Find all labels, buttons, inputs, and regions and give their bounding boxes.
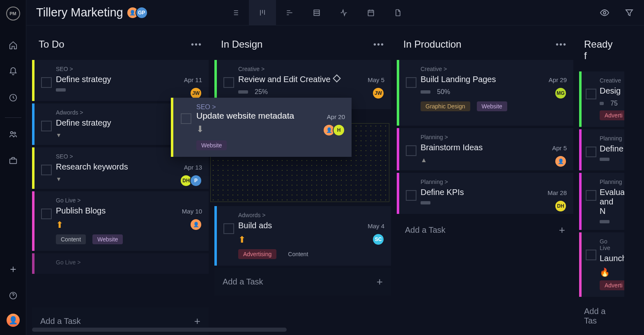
sheet-view-icon[interactable]	[303, 0, 330, 25]
task-card[interactable]: Planning Evalua and N	[579, 173, 624, 230]
task-checkbox[interactable]	[41, 165, 52, 175]
task-crumb: Planning >	[421, 179, 567, 185]
gantt-view-icon[interactable]	[276, 0, 303, 25]
task-checkbox[interactable]	[223, 223, 234, 234]
task-date: May 10	[182, 208, 202, 215]
chevron-down-icon[interactable]: ▼	[56, 176, 62, 182]
task-checkbox[interactable]	[181, 113, 191, 124]
horizontal-scrollbar[interactable]	[32, 328, 287, 332]
svg-rect-5	[314, 10, 319, 15]
project-members[interactable]: 👤 GP	[130, 7, 148, 19]
svg-point-2	[14, 132, 16, 134]
priority-dash-icon	[421, 201, 430, 204]
task-title: Define	[600, 144, 618, 154]
assignee-avatar[interactable]: DH	[554, 200, 567, 212]
task-checkbox[interactable]	[406, 190, 416, 201]
task-card[interactable]: Planning > Define KPIs Mar 28 DH	[397, 173, 573, 214]
filter-icon[interactable]	[624, 8, 634, 18]
tag[interactable]: Adverti	[600, 110, 624, 120]
add-task-button[interactable]: Add a Task +	[397, 216, 573, 244]
assignee-avatar[interactable]: MG	[554, 87, 567, 99]
task-card[interactable]: Planning Define	[579, 129, 624, 170]
help-icon[interactable]	[5, 287, 21, 304]
priority-dash-icon	[56, 88, 66, 92]
task-crumb: Planning	[600, 135, 618, 142]
task-checkbox[interactable]	[406, 77, 416, 88]
task-title: Update website metadata	[196, 111, 345, 121]
task-checkbox[interactable]	[586, 190, 596, 201]
top-bar: Tillery Marketing 👤 GP	[26, 0, 644, 25]
tag[interactable]: Website	[477, 101, 507, 111]
assignee-avatar[interactable]: 👤	[554, 155, 567, 168]
task-checkbox[interactable]	[586, 250, 596, 260]
clock-icon[interactable]	[5, 89, 21, 106]
task-checkbox[interactable]	[41, 77, 52, 88]
file-view-icon[interactable]	[384, 0, 412, 25]
assignee-avatar[interactable]: P	[190, 174, 202, 187]
progress-text: 75	[610, 100, 618, 107]
tag[interactable]: Website	[196, 140, 227, 150]
assignee-avatar[interactable]: 👤	[190, 218, 202, 231]
tag[interactable]: Website	[92, 234, 123, 244]
add-task-label: Add a Task	[223, 277, 263, 287]
column-menu-icon[interactable]: •••	[373, 40, 384, 49]
member-avatar[interactable]: GP	[136, 7, 148, 19]
column-ready: Ready f Creative Desig 75 Adverti Planni…	[579, 31, 624, 335]
briefcase-icon[interactable]	[5, 152, 21, 169]
assignee-avatar[interactable]: H	[333, 124, 345, 136]
task-card[interactable]: Go Live Launch 🔥 Adverti	[579, 232, 624, 297]
task-checkbox[interactable]	[406, 145, 416, 156]
tag[interactable]: Content	[56, 234, 86, 244]
task-card[interactable]: Go Live > Publish Blogs May 10 ⬆ 👤 Conte…	[32, 191, 209, 251]
eye-icon[interactable]	[600, 8, 610, 18]
tag[interactable]: Graphic Design	[421, 101, 470, 111]
task-card[interactable]: Creative Desig 75 Adverti	[579, 71, 624, 127]
dragging-task-card[interactable]: SEO > Update website metadata Apr 20 ⬇ 👤…	[171, 98, 352, 157]
task-card[interactable]: Creative > Build Landing Pages Apr 29 50…	[397, 60, 573, 126]
app-logo[interactable]: PM	[6, 7, 20, 21]
tag[interactable]: Adverti	[600, 280, 624, 290]
task-card[interactable]: Adwords > Build ads May 4 ⬆ SC Advertisi…	[214, 206, 391, 266]
add-task-label: Add a Tas	[584, 307, 616, 326]
list-view-icon[interactable]	[222, 0, 249, 25]
plus-icon: +	[559, 224, 565, 236]
board-view-icon[interactable]	[249, 0, 276, 25]
tag[interactable]: Advertising	[238, 249, 276, 259]
task-crumb: SEO >	[56, 66, 202, 72]
bell-icon[interactable]	[5, 63, 21, 80]
svg-point-7	[603, 11, 606, 14]
column-header: In Production •••	[397, 31, 573, 60]
top-right-actions	[600, 8, 634, 18]
add-icon[interactable]	[5, 261, 21, 278]
add-task-button[interactable]: Add a Task +	[214, 268, 391, 296]
column-menu-icon[interactable]: •••	[191, 40, 202, 49]
home-icon[interactable]	[5, 37, 21, 53]
tag[interactable]: Content	[283, 249, 313, 259]
task-checkbox[interactable]	[41, 121, 52, 131]
svg-point-1	[10, 132, 12, 134]
task-crumb: Go Live >	[56, 197, 202, 204]
priority-up-icon: ⬆	[56, 220, 63, 230]
task-checkbox[interactable]	[586, 147, 596, 157]
people-icon[interactable]	[5, 126, 21, 142]
current-user-avatar[interactable]: 👤	[7, 314, 20, 327]
chevron-down-icon[interactable]: ▼	[56, 132, 62, 138]
task-card[interactable]: Go Live >	[32, 253, 209, 274]
task-date: Apr 13	[184, 164, 202, 171]
activity-view-icon[interactable]	[330, 0, 357, 25]
assignee-avatar[interactable]: JW	[372, 87, 384, 99]
task-card[interactable]: Planning > Brainstorm Ideas Apr 5 ▲ 👤	[397, 128, 573, 170]
task-crumb: Creative >	[238, 66, 384, 72]
calendar-view-icon[interactable]	[357, 0, 384, 25]
task-card[interactable]: SEO > Define strategy Apr 11 JW	[32, 60, 209, 101]
task-checkbox[interactable]	[223, 77, 234, 88]
task-title: Research keywords	[56, 162, 202, 172]
column-header: In Design •••	[214, 31, 391, 60]
column-menu-icon[interactable]: •••	[556, 40, 567, 49]
task-checkbox[interactable]	[41, 209, 52, 219]
assignee-avatar[interactable]: SC	[372, 233, 384, 246]
task-checkbox[interactable]	[586, 89, 596, 99]
add-task-button[interactable]: Add a Tas	[579, 299, 624, 333]
priority-dash-icon	[600, 102, 604, 105]
priority-dash-icon	[421, 90, 430, 94]
